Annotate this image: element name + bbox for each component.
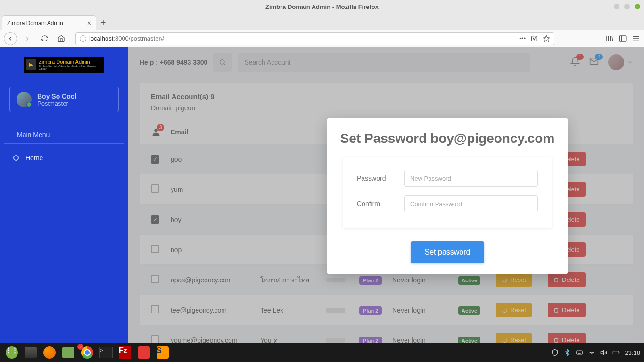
chrome-taskbar-icon[interactable]: 2 <box>79 346 95 360</box>
page-actions-icon[interactable]: ••• <box>519 35 526 42</box>
show-desktop-button[interactable] <box>23 346 39 360</box>
sidebar-item-label: Home <box>25 154 43 162</box>
url-bar[interactable]: i localhost:8000/postmaster# ••• <box>75 32 554 45</box>
taskbar: ⋮⋮ 2 >_ Fz S 23:18 <box>0 343 644 362</box>
url-host: localhost <box>89 35 113 42</box>
sidebar-toggle-icon[interactable] <box>619 34 627 43</box>
chrome-badge: 2 <box>77 344 83 350</box>
bluetooth-icon[interactable] <box>563 349 571 356</box>
svg-rect-2 <box>619 36 626 41</box>
confirm-input[interactable] <box>404 195 538 212</box>
modal-title: Set Password boy@pigeoncy.com <box>327 131 568 146</box>
sublime-taskbar-icon[interactable]: S <box>155 346 171 360</box>
logo-subtitle: Zimbra Domain Admin for ZimbraOpenSource… <box>39 65 102 70</box>
browser-tab[interactable]: Zimbra Domain Admin × <box>2 15 96 30</box>
menu-icon[interactable] <box>632 34 640 43</box>
window-maximize-button[interactable] <box>624 4 630 9</box>
user-name: Boy So Cool <box>37 92 76 100</box>
user-avatar <box>17 92 32 107</box>
menu-header: Main Menu <box>4 126 124 144</box>
firefox-taskbar-icon[interactable] <box>41 346 58 360</box>
reader-icon[interactable] <box>530 35 538 42</box>
svg-rect-6 <box>577 351 583 354</box>
back-button[interactable] <box>4 32 17 45</box>
logo-icon: ▶ <box>26 59 36 70</box>
window-close-button[interactable] <box>635 4 640 9</box>
browser-tab-strip: Zimbra Domain Admin × + <box>0 13 644 30</box>
terminal-taskbar-icon[interactable]: >_ <box>98 346 114 360</box>
main-content: Help : +668 9493 3300 1 0 <box>128 47 644 343</box>
url-path: :8000/postmaster# <box>113 35 164 42</box>
user-card[interactable]: Boy So Cool Postmaster <box>9 87 119 112</box>
browser-toolbar: i localhost:8000/postmaster# ••• <box>0 30 644 47</box>
app-taskbar-icon[interactable] <box>136 346 152 360</box>
filezilla-taskbar-icon[interactable]: Fz <box>117 346 133 360</box>
sidebar: ▶ Zimbra Domain Admin Zimbra Domain Admi… <box>0 47 128 343</box>
volume-icon[interactable] <box>600 349 608 356</box>
tab-title: Zimbra Domain Admin <box>7 20 63 26</box>
password-label: Password <box>357 174 404 182</box>
set-password-button[interactable]: Set password <box>411 241 485 263</box>
keyboard-icon[interactable] <box>576 349 583 356</box>
start-menu-button[interactable]: ⋮⋮ <box>4 346 20 360</box>
battery-icon[interactable] <box>612 349 620 356</box>
window-titlebar: Zimbra Domain Admin - Mozilla Firefox <box>0 0 644 13</box>
new-tab-button[interactable]: + <box>96 15 110 30</box>
tab-close-icon[interactable]: × <box>87 19 91 27</box>
home-button[interactable] <box>55 32 68 45</box>
window-minimize-button[interactable] <box>614 4 619 9</box>
confirm-label: Confirm <box>357 200 404 207</box>
svg-rect-7 <box>613 351 619 354</box>
set-password-modal: Set Password boy@pigeoncy.com Password C… <box>327 118 568 274</box>
files-taskbar-icon[interactable] <box>60 346 76 360</box>
sidebar-item-home[interactable]: Home <box>0 148 128 167</box>
wifi-icon[interactable] <box>588 349 595 356</box>
clock[interactable]: 23:18 <box>625 349 640 356</box>
site-info-icon[interactable]: i <box>80 35 86 42</box>
user-role: Postmaster <box>37 100 76 107</box>
library-icon[interactable] <box>605 34 614 43</box>
shield-icon[interactable] <box>551 349 559 356</box>
circle-icon <box>13 155 19 161</box>
reload-button[interactable] <box>38 32 51 45</box>
password-input[interactable] <box>404 170 538 187</box>
svg-marker-1 <box>543 35 549 41</box>
system-tray: 23:18 <box>551 349 640 356</box>
window-title: Zimbra Domain Admin - Mozilla Firefox <box>265 3 379 10</box>
app-logo[interactable]: ▶ Zimbra Domain Admin Zimbra Domain Admi… <box>24 57 104 73</box>
forward-button[interactable] <box>21 32 34 45</box>
logo-title: Zimbra Domain Admin <box>39 59 102 65</box>
bookmark-icon[interactable] <box>543 35 550 42</box>
